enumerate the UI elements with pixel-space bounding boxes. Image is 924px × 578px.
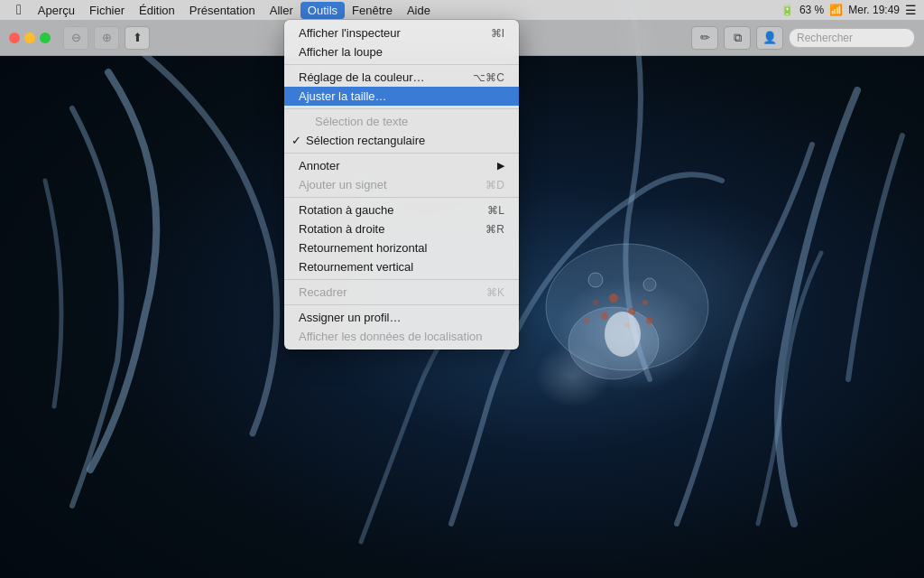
menubar-outils[interactable]: Outils [300, 2, 345, 19]
zoom-in-icon: ⊕ [102, 31, 112, 44]
menubar-aide[interactable]: Aide [400, 2, 438, 19]
person-icon: 👤 [762, 31, 777, 44]
menu-item-label: Retournement vertical [299, 260, 413, 274]
menu-item-label: Rotation à droite [299, 222, 384, 236]
menubar-presentation[interactable]: Présentation [182, 2, 263, 19]
menu-item-label: Recadrer [299, 285, 346, 299]
menubar-fenetre[interactable]: Fenêtre [345, 2, 400, 19]
close-button[interactable] [9, 33, 20, 43]
menu-item-label: Afficher les données de localisation [299, 330, 483, 343]
copy-icon: ⧉ [734, 31, 742, 45]
menu-annoter[interactable]: Annoter ▶ [284, 156, 519, 175]
menu-selection-rect[interactable]: ✓ Sélection rectangulaire [284, 131, 519, 150]
maximize-button[interactable] [40, 33, 51, 43]
edit-icon-button[interactable]: ✏ [691, 26, 718, 50]
menu-ajuster-taille[interactable]: Ajuster la taille… [284, 87, 519, 106]
menu-item-label: Afficher l'inspecteur [299, 26, 401, 40]
menu-checkmark: ✓ [290, 134, 302, 147]
menu-retournement-vert[interactable]: Retournement vertical [284, 257, 519, 276]
menubar-apercu[interactable]: Aperçu [31, 2, 82, 19]
menu-item-label: Réglage de la couleur… [299, 70, 424, 84]
submenu-arrow-icon: ▶ [497, 160, 504, 172]
outils-dropdown-menu: Afficher l'inspecteur ⌘I Afficher la lou… [284, 20, 519, 350]
menu-item-shortcut: ⌘L [487, 204, 504, 217]
menu-recadrer[interactable]: Recadrer ⌘K [284, 283, 519, 302]
svg-point-9 [584, 318, 589, 323]
menu-item-shortcut: ⌘R [485, 223, 504, 236]
menu-assigner-profil[interactable]: Assigner un profil… [284, 308, 519, 327]
menu-ajouter-signet[interactable]: Ajouter un signet ⌘D [284, 175, 519, 194]
svg-point-10 [605, 312, 641, 357]
share-icon: ⬆ [133, 31, 143, 44]
menu-item-label: Afficher la loupe [299, 45, 383, 59]
menu-item-label: Sélection rectangulaire [306, 134, 425, 147]
menu-retournement-horiz[interactable]: Retournement horizontal [284, 238, 519, 257]
menu-item-label: Ajuster la taille… [299, 89, 387, 103]
traffic-lights [9, 33, 51, 43]
minimize-button[interactable] [24, 33, 35, 43]
menu-afficher-localisation[interactable]: Afficher les données de localisation [284, 327, 519, 346]
menu-item-shortcut: ⌘I [491, 27, 504, 40]
menu-item-label: Rotation à gauche [299, 203, 394, 217]
svg-point-4 [601, 312, 608, 320]
zoom-out-icon: ⊖ [71, 31, 81, 44]
menubar-edition[interactable]: Édition [132, 2, 182, 19]
svg-point-8 [646, 317, 653, 324]
wifi-icon: 📶 [829, 4, 843, 16]
menu-item-label: Ajouter un signet [299, 178, 387, 191]
clock: Mer. 19:49 [848, 4, 900, 16]
menu-rotation-droite[interactable]: Rotation à droite ⌘R [284, 219, 519, 238]
search-placeholder: Rechercher [797, 32, 853, 44]
menubar-aller[interactable]: Aller [263, 2, 300, 19]
menu-item-label: Sélection de texte [315, 115, 408, 128]
svg-point-7 [593, 300, 598, 305]
zoom-in-button[interactable]: ⊕ [94, 26, 119, 50]
apple-menu[interactable]:  [7, 2, 31, 18]
battery-percent: 63 % [799, 4, 824, 16]
share-button[interactable]: ⬆ [125, 26, 150, 50]
menu-item-shortcut: ⌥⌘C [473, 71, 504, 84]
menubar-right: 🔋 63 % 📶 Mer. 19:49 ☰ [781, 3, 917, 17]
menu-selection-texte[interactable]: Sélection de texte [284, 112, 519, 131]
svg-point-11 [588, 273, 603, 287]
svg-point-12 [643, 278, 656, 291]
menu-item-label: Retournement horizontal [299, 241, 427, 255]
toolbar-right: ✏ ⧉ 👤 Rechercher [691, 26, 915, 50]
menubar:  Aperçu Fichier Édition Présentation Al… [0, 0, 924, 20]
menu-separator-2 [284, 108, 519, 109]
person-button[interactable]: 👤 [756, 26, 783, 50]
menu-item-label: Assigner un profil… [299, 311, 401, 324]
menu-rotation-gauche[interactable]: Rotation à gauche ⌘L [284, 200, 519, 219]
menu-item-label: Annoter [299, 159, 340, 172]
menu-reglage-couleur[interactable]: Réglage de la couleur… ⌥⌘C [284, 68, 519, 87]
menu-afficher-inspecteur[interactable]: Afficher l'inspecteur ⌘I [284, 23, 519, 42]
menu-separator-4 [284, 197, 519, 198]
menu-item-shortcut: ⌘D [485, 179, 504, 191]
menu-afficher-loupe[interactable]: Afficher la loupe [284, 42, 519, 61]
menu-separator-5 [284, 279, 519, 280]
svg-point-6 [642, 300, 648, 305]
menu-item-shortcut: ⌘K [486, 286, 504, 299]
control-center-icon[interactable]: ☰ [905, 3, 917, 17]
search-field[interactable]: Rechercher [789, 28, 915, 48]
zoom-out-button[interactable]: ⊖ [63, 26, 88, 50]
menu-separator-1 [284, 64, 519, 65]
battery-icon: 🔋 [781, 4, 794, 16]
svg-point-2 [609, 294, 618, 303]
menu-separator-3 [284, 153, 519, 154]
menu-separator-6 [284, 304, 519, 305]
pencil-icon: ✏ [700, 31, 710, 44]
copy-button[interactable]: ⧉ [724, 26, 751, 50]
menubar-fichier[interactable]: Fichier [82, 2, 132, 19]
